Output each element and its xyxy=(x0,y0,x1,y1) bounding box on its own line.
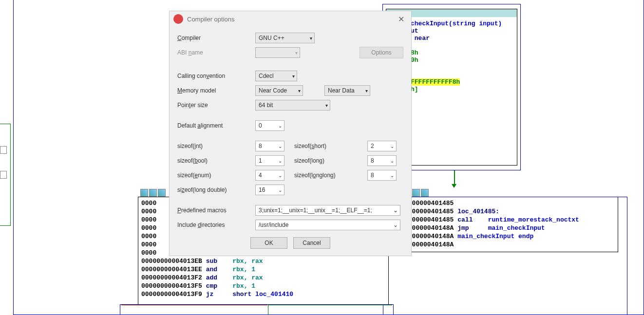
chevron-down-icon: ⌄ xyxy=(278,144,282,149)
calling-convention-select[interactable]: Cdecl▾ xyxy=(255,71,297,81)
close-icon[interactable]: ✕ xyxy=(395,15,407,24)
sizeof-longlong-select[interactable]: 8⌄ xyxy=(367,170,397,181)
chevron-down-icon: ⌄ xyxy=(393,222,398,228)
memory-model-label: Memory model xyxy=(177,87,255,94)
sizeof-bool-select[interactable]: 1⌄ xyxy=(255,155,284,166)
asm-row: 00000000004013F9 jz short loc_401410 xyxy=(141,290,385,298)
chevron-down-icon: ▾ xyxy=(325,103,328,108)
red-edge-bottom xyxy=(121,305,267,315)
pointer-size-label: Pointer size xyxy=(177,102,255,109)
chevron-down-icon: ▾ xyxy=(292,74,295,79)
chevron-down-icon: ▾ xyxy=(298,88,301,93)
sizeof-int-select[interactable]: 8⌄ xyxy=(255,141,284,151)
sizeof-long-double-label: sizeof(long double) xyxy=(177,186,255,193)
sizeof-long-double-select[interactable]: 16⌄ xyxy=(255,185,284,195)
options-button: Options xyxy=(360,47,403,58)
arrow-green-head xyxy=(452,184,456,188)
ok-button[interactable]: OK xyxy=(250,237,287,249)
icon-c xyxy=(158,189,166,197)
chevron-down-icon: ⌄ xyxy=(390,158,394,164)
chevron-down-icon: ⌄ xyxy=(278,187,282,193)
sizeof-short-label: sizeof(short) xyxy=(294,143,367,149)
predefined-macros-label: Predefined macros xyxy=(177,207,255,214)
icon-3 xyxy=(421,189,429,197)
sizeof-long-label: sizeof(long) xyxy=(294,157,367,164)
icon-a xyxy=(140,189,148,197)
sizeof-int-label: sizeof(int) xyxy=(177,143,255,149)
chevron-down-icon: ▾ xyxy=(310,36,312,41)
top-node-v1: 8h xyxy=(411,49,418,56)
compiler-options-dialog[interactable]: Compiler options ✕ Compiler GNU C++▾ ABI… xyxy=(169,11,412,256)
sizeof-long-select[interactable]: 8⌄ xyxy=(367,155,397,166)
sizeof-bool-label: sizeof(bool) xyxy=(177,157,255,164)
chevron-down-icon: ▾ xyxy=(295,50,298,56)
top-node-sig: checkInput(string input) xyxy=(411,20,502,27)
compiler-label: Compiler xyxy=(177,35,255,41)
top-node-v2: 0h xyxy=(411,56,418,64)
asm-row: 00000000004013EE and rbx, 1 xyxy=(141,265,385,274)
arrow-green xyxy=(454,170,455,185)
chevron-down-icon: ⌄ xyxy=(278,173,282,178)
include-directories-label: Include directories xyxy=(177,222,255,228)
dialog-body: Compiler GNU C++▾ ABI name ▾ Options Cal… xyxy=(170,27,411,256)
asm-row: 00000000004013F5 cmp rbx, 1 xyxy=(141,282,385,290)
green-border-segment xyxy=(0,124,11,226)
default-alignment-select[interactable]: 0⌄ xyxy=(255,120,284,131)
dialog-titlebar[interactable]: Compiler options ✕ xyxy=(170,11,411,27)
include-directories-input[interactable]: /usr/include⌄ xyxy=(255,220,400,230)
top-node-suffix: h] xyxy=(411,86,418,93)
icon-2 xyxy=(412,189,420,197)
predefined-macros-input[interactable]: 3;unix=1;__unix=1;__unix__=1;__ELF__=1;⌄ xyxy=(255,205,400,216)
chevron-down-icon: ⌄ xyxy=(278,123,282,129)
cancel-button[interactable]: Cancel xyxy=(293,237,330,249)
abi-name-label: ABI name xyxy=(177,49,255,56)
right-node-border xyxy=(383,197,627,315)
asm-row: 00000000004013EB sub rbx, rax xyxy=(141,257,385,265)
sizeof-enum-select[interactable]: 4⌄ xyxy=(255,170,284,181)
memory-model-data-select[interactable]: Near Data▾ xyxy=(324,85,370,96)
chevron-down-icon: ⌄ xyxy=(390,173,394,178)
default-alignment-label: Default alignment xyxy=(177,122,255,129)
top-node-highlight: FFFFFFFFFFF8h xyxy=(411,78,460,86)
sizeof-short-select[interactable]: 2⌄ xyxy=(367,141,397,151)
chevron-down-icon: ⌄ xyxy=(390,144,394,149)
left-node-icons xyxy=(140,189,166,197)
abi-name-select: ▾ xyxy=(255,47,300,58)
pointer-size-select[interactable]: 64 bit▾ xyxy=(255,100,330,111)
memory-model-code-select[interactable]: Near Code▾ xyxy=(255,85,303,96)
calling-convention-label: Calling convention xyxy=(177,73,255,79)
chevron-down-icon: ▾ xyxy=(365,88,368,93)
compiler-select[interactable]: GNU C++▾ xyxy=(255,33,315,43)
green-edge-bottom xyxy=(268,305,392,315)
top-node-ut: ut xyxy=(411,27,418,35)
sizeof-enum-label: sizeof(enum) xyxy=(177,172,255,179)
dialog-title-text: Compiler options xyxy=(187,16,235,23)
sizeof-longlong-label: sizeof(longlong) xyxy=(294,172,367,179)
chevron-down-icon: ⌄ xyxy=(393,207,398,214)
chevron-down-icon: ⌄ xyxy=(278,158,282,164)
top-node-near: near xyxy=(415,35,430,42)
icon-b xyxy=(149,189,157,197)
app-icon xyxy=(173,14,183,24)
asm-row: 00000000004013F2 add rbx, rax xyxy=(141,274,385,282)
